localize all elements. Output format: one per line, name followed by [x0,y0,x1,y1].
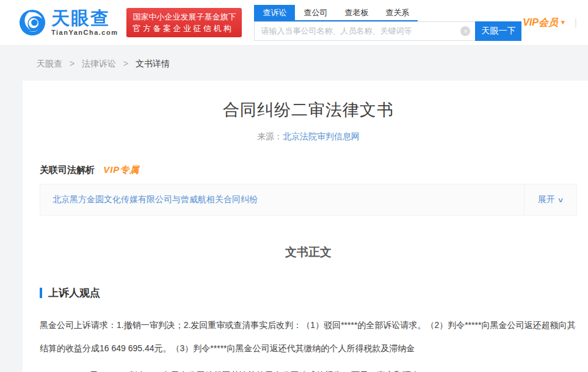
vip-menu-label: VIP会员 [523,17,558,27]
source-label: 来源： [257,131,283,141]
site-header: 天眼查 TianYanCha.com 国家中小企业发展子基金旗下 官方备案企业征… [0,0,588,46]
breadcrumb: 天眼查 > 法律诉讼 > 文书详情 [0,46,588,81]
vip-menu[interactable]: VIP会员▼ [523,16,566,29]
tab-relation[interactable]: 查关系 [377,5,418,20]
brand-text: 天眼查 TianYanCha.com [51,9,118,36]
source-link[interactable]: 北京法院审判信息网 [283,131,360,141]
case-summary-box: 北京黑方金圆文化传媒有限公司与曾威航相关合同纠纷 展开∨ [40,184,577,216]
section-head: 上诉人观点 [40,286,577,300]
clear-search-icon[interactable]: × [460,26,470,36]
page-title: 合同纠纷二审法律文书 [40,99,577,121]
document-body-heading: 文书正文 [40,244,577,260]
header-divider: | [575,17,577,28]
breadcrumb-separator: > [70,59,74,68]
brand-logo[interactable]: 天眼查 TianYanCha.com [18,9,118,37]
paragraph: 4 958 453.75元。（4）判令*****向黑金公司赔偿因其违约给黑金公司… [40,363,577,372]
tab-boss[interactable]: 查老板 [336,5,377,20]
tab-company[interactable]: 查公司 [295,5,336,20]
vip-exclusive-tag: VIP专属 [103,164,139,175]
case-link[interactable]: 北京黑方金圆文化传媒有限公司与曾威航相关合同纠纷 [40,194,524,205]
paragraph: 黑金公司上诉请求：1.撤销一审判决；2.发回重审或查清事实后改判：（1）驳回**… [40,313,577,360]
expand-label: 展开 [538,194,555,205]
certification-badge-line1: 国家中小企业发展子基金旗下 [132,11,236,23]
header-right: VIP会员▼ | [523,16,577,29]
breadcrumb-item-home[interactable]: 天眼查 [37,59,62,68]
tab-lawsuit[interactable]: 查诉讼 [254,5,295,20]
section-title: 上诉人观点 [48,286,100,300]
search-button[interactable]: 天眼一下 [475,21,521,41]
certification-badge-line2: 官方备案企业征信机构 [132,23,236,34]
search-box: × [254,21,475,41]
document-body: 黑金公司上诉请求：1.撤销一审判决；2.发回重审或查清事实后改判：（1）驳回**… [40,313,577,372]
breadcrumb-current: 文书详情 [136,59,170,68]
search-tabs: 查诉讼 查公司 查老板 查关系 [254,5,418,21]
breadcrumb-separator: > [123,59,128,68]
brand-domain: TianYanCha.com [51,29,118,36]
section-marker [40,288,42,298]
brand-name: 天眼查 [51,9,118,27]
chevron-down-icon: ∨ [557,196,564,204]
search-area: 查诉讼 查公司 查老板 查关系 × 天眼一下 [254,5,521,41]
source-line: 来源：北京法院审判信息网 [40,131,577,142]
analysis-line: 关联司法解析 VIP专属 [40,164,577,176]
content-card: 合同纠纷二审法律文书 来源：北京法院审判信息网 关联司法解析 VIP专属 北京黑… [23,81,588,372]
search-input[interactable] [254,21,475,41]
analysis-label: 关联司法解析 [40,164,95,175]
certification-badge: 国家中小企业发展子基金旗下 官方备案企业征信机构 [126,8,242,37]
caret-down-icon: ▼ [560,19,566,26]
expand-toggle[interactable]: 展开∨ [524,184,576,215]
search-row: × 天眼一下 [254,21,521,41]
tianyancha-logo-icon [18,9,46,37]
breadcrumb-item-lawsuit[interactable]: 法律诉讼 [82,59,116,68]
